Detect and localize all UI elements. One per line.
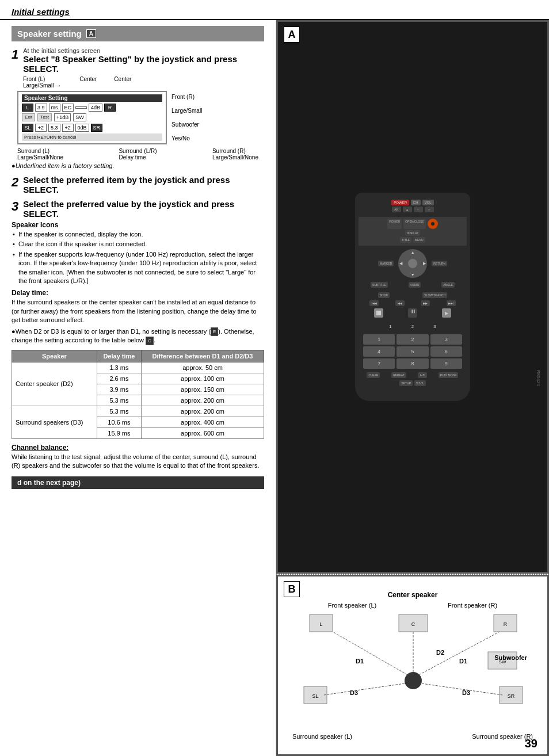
disc-center [431, 222, 434, 226]
svg-text:D1: D1 [459, 658, 467, 665]
power-btn: POWER [391, 200, 409, 205]
step3-header: 3 Select the preferred value by the joys… [12, 199, 264, 219]
screen-title: Speaker Setting [22, 94, 162, 102]
cell-diff-200b: approx. 200 cm [141, 406, 264, 417]
select-btn [408, 259, 417, 268]
joystick-area: MARKER ▲ ▼ ◀ ▶ RETURN [359, 247, 467, 280]
speaker-icons-title: Speaker Icons [12, 221, 264, 229]
label-front-r: Front (R) [171, 94, 202, 100]
box-0db: 0dB [75, 124, 89, 132]
svg-text:SL: SL [312, 693, 318, 699]
arrow-labels: 1 2 3 [361, 323, 464, 330]
remote-row-power2: POWER OPEN/CLOSE [360, 219, 465, 229]
step1-main-text: Select "8 Speaker Setting" by the joysti… [23, 54, 264, 74]
page-number: 39 [525, 737, 537, 750]
main-content: Speaker setting A 1 At the initial setti… [0, 20, 549, 756]
right-labels: Front (R) Large/Small Subwoofer Yes/No [171, 90, 202, 146]
audio-btn: AUDIO [409, 282, 421, 288]
svg-text:D2: D2 [436, 649, 444, 656]
arrow-2: 2 [410, 323, 415, 330]
box-3-9: 3.9 [35, 104, 47, 112]
subwoofer-label: Subwoofer [494, 654, 527, 661]
label-large-small-r: Large/Small [171, 108, 202, 114]
delay-time-title: Delay time: [12, 289, 264, 297]
speaker-svg: C L R D2 [292, 612, 534, 727]
playback-row1: SHOP SLOW/SEARCH [360, 291, 465, 299]
pause-btn: ▐▐ [408, 308, 417, 318]
delay-time-text-1: If the surround speakers or the center s… [12, 298, 264, 324]
speaker-screen: Speaker Setting L 3.9 ms EC 4dB R [17, 91, 167, 144]
right-column: A POWER CH VOL AV ▲ − [276, 20, 549, 756]
svg-text:D3: D3 [350, 689, 358, 696]
screen-buttons: Exit Test +1dB SW [22, 113, 162, 121]
num-5: 5 [396, 346, 428, 357]
panel-a-label: A [284, 26, 300, 43]
step2-header: 2 Select the preferred item by the joyst… [12, 175, 264, 194]
page-title: Initial settings [12, 7, 70, 17]
step1-small-text: At the initial settings screen [23, 47, 264, 54]
svg-text:L: L [319, 621, 322, 627]
stop-icon [376, 311, 381, 315]
step2-number: 2 [12, 175, 18, 190]
return-btn: RETURN [432, 261, 447, 266]
num-4: 4 [363, 346, 395, 357]
step1-section: 1 At the initial settings screen Select … [12, 47, 264, 169]
bottom-labels: Surround (L) Large/Small/None Surround (… [12, 148, 264, 161]
surround-right-label: Surround speaker (R) [472, 733, 533, 740]
av-btn: AV [392, 207, 401, 212]
box-sw: SW [73, 113, 86, 121]
speaker-diagram: Center speaker Front speaker (L) Front s… [287, 585, 539, 746]
table-header-diff: Difference between D1 and D2/D3 [141, 350, 264, 362]
plus-btn: + [425, 207, 434, 212]
cell-diff-150: approx. 150 cm [141, 384, 264, 395]
box-l: L [22, 104, 33, 112]
left-column: Speaker setting A 1 At the initial setti… [0, 20, 276, 756]
label-subwoofer: Subwoofer [171, 121, 202, 128]
setup-row: SETUP V.S.S. [361, 379, 464, 387]
box-5-3: 5.3 [48, 124, 60, 132]
repeat-btn: REPEAT [391, 372, 406, 378]
slow-btn: SLOW/SEARCH [422, 292, 447, 298]
step2-section: 2 Select the preferred item by the joyst… [12, 175, 264, 194]
box-2: +2 [35, 124, 47, 132]
step1-header: 1 At the initial settings screen Select … [12, 47, 264, 74]
labels-top: Front (L) Center Center [23, 76, 264, 82]
label-center-size: Center [114, 76, 131, 82]
scan-f-btn: ▶▶ [421, 300, 430, 306]
bottom-nav-text: d on the next page) [17, 479, 81, 487]
arrow-1: 1 [388, 323, 392, 330]
play-btn: ▶ [442, 308, 451, 318]
power2-btn: POWER [387, 219, 402, 229]
screen-mock: Speaker Setting L 3.9 ms EC 4dB R [17, 90, 167, 146]
cell-delay-15-9: 15.9 ms [97, 427, 141, 438]
label-front-l: Front (L) [23, 76, 45, 82]
arrow-right: ▶ [423, 261, 426, 266]
remote-row-display: DISPLAY [360, 230, 465, 236]
label-yes-no: Yes/No [171, 135, 202, 142]
bullet-2: Clear the icon if the speaker is not con… [12, 240, 264, 249]
svg-text:R: R [504, 621, 508, 627]
cell-delay-10-6: 10.6 ms [97, 417, 141, 427]
vss-btn: V.S.S. [414, 380, 426, 386]
box-sr: SR [91, 124, 103, 132]
play-icon: ▶ [445, 311, 448, 316]
page-container: Initial settings Speaker setting A 1 At … [0, 0, 549, 756]
num-3: 3 [430, 334, 462, 345]
setup-btn: SETUP [399, 380, 413, 386]
menu-btn: MENU [413, 237, 425, 243]
surround-left-label: Surround speaker (L) [292, 733, 352, 740]
svg-text:C: C [411, 621, 415, 627]
bottom-numpad-row: CLEAR REPEAT A-B PLAY MODE [361, 371, 464, 379]
label-surround-r: Surround (R) Large/Small/None [212, 148, 258, 161]
speaker-setting-header: Speaker setting A [12, 26, 264, 41]
scan-r-btn: ◀◀ [395, 300, 405, 306]
cell-delay-5-3: 5.3 ms [97, 395, 141, 406]
label-surround-lr: Surround (L/R) Delay time [119, 148, 157, 161]
cell-delay-3-9: 3.9 ms [97, 384, 141, 395]
remote-row-menu: TITLE MENU [360, 237, 465, 243]
box-sl: SL [22, 124, 33, 132]
cell-delay-1-3: 1.3 ms [97, 362, 141, 373]
subtitle-row: SUBTITLE AUDIO ANGLE [359, 280, 467, 289]
playback-area: SHOP SLOW/SEARCH |◀◀ ◀◀ ▶▶ ▶▶| [359, 289, 467, 320]
skip-prev-btn: |◀◀ [369, 300, 379, 306]
